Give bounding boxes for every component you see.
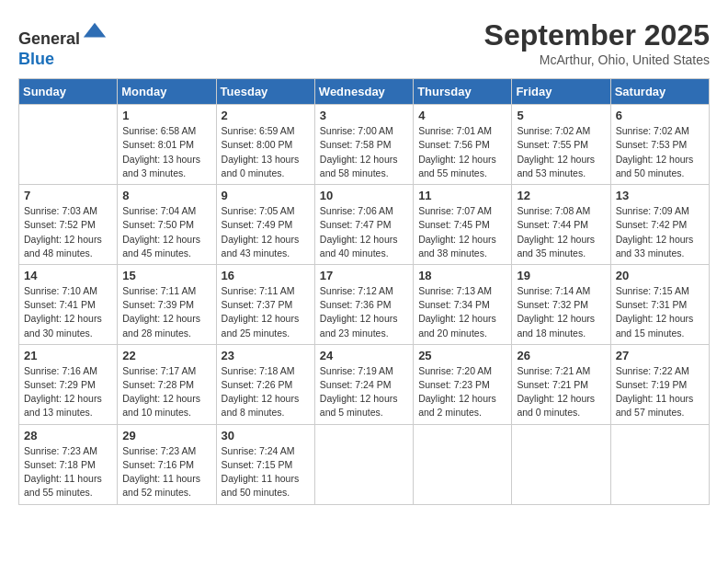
logo-general: General <box>18 29 80 48</box>
weekday-header-row: SundayMondayTuesdayWednesdayThursdayFrid… <box>19 79 710 105</box>
day-info: Sunrise: 7:02 AM Sunset: 7:53 PM Dayligh… <box>616 124 704 180</box>
day-number: 26 <box>517 349 605 362</box>
calendar-cell: 5Sunrise: 7:02 AM Sunset: 7:55 PM Daylig… <box>512 105 610 185</box>
day-number: 24 <box>320 349 408 362</box>
day-info: Sunrise: 7:14 AM Sunset: 7:32 PM Dayligh… <box>517 284 605 340</box>
calendar-cell: 12Sunrise: 7:08 AM Sunset: 7:44 PM Dayli… <box>512 185 610 265</box>
calendar-cell: 10Sunrise: 7:06 AM Sunset: 7:47 PM Dayli… <box>314 185 413 265</box>
day-number: 19 <box>517 269 605 282</box>
calendar-cell: 20Sunrise: 7:15 AM Sunset: 7:31 PM Dayli… <box>610 264 709 344</box>
title-block: September 2025 McArthur, Ohio, United St… <box>484 18 710 67</box>
day-number: 23 <box>222 349 310 362</box>
calendar-cell: 26Sunrise: 7:21 AM Sunset: 7:21 PM Dayli… <box>512 344 610 424</box>
day-number: 13 <box>616 189 704 202</box>
day-number: 2 <box>222 109 310 122</box>
weekday-header: Tuesday <box>216 79 314 105</box>
calendar-cell: 28Sunrise: 7:23 AM Sunset: 7:18 PM Dayli… <box>19 424 118 504</box>
day-info: Sunrise: 7:21 AM Sunset: 7:21 PM Dayligh… <box>517 364 605 420</box>
day-number: 21 <box>24 349 112 362</box>
day-number: 16 <box>222 269 310 282</box>
weekday-header: Thursday <box>414 79 512 105</box>
day-info: Sunrise: 7:15 AM Sunset: 7:31 PM Dayligh… <box>616 284 704 340</box>
day-number: 11 <box>418 189 506 202</box>
month-title: September 2025 <box>484 18 710 52</box>
calendar-cell: 13Sunrise: 7:09 AM Sunset: 7:42 PM Dayli… <box>610 185 709 265</box>
day-info: Sunrise: 7:02 AM Sunset: 7:55 PM Dayligh… <box>517 124 605 180</box>
day-number: 25 <box>418 349 506 362</box>
calendar-cell: 15Sunrise: 7:11 AM Sunset: 7:39 PM Dayli… <box>118 264 216 344</box>
calendar-cell: 25Sunrise: 7:20 AM Sunset: 7:23 PM Dayli… <box>414 344 512 424</box>
day-info: Sunrise: 7:18 AM Sunset: 7:26 PM Dayligh… <box>222 364 310 420</box>
day-info: Sunrise: 7:12 AM Sunset: 7:36 PM Dayligh… <box>320 284 408 340</box>
calendar-cell: 9Sunrise: 7:05 AM Sunset: 7:49 PM Daylig… <box>216 185 314 265</box>
calendar-cell: 22Sunrise: 7:17 AM Sunset: 7:28 PM Dayli… <box>118 344 216 424</box>
day-info: Sunrise: 6:59 AM Sunset: 8:00 PM Dayligh… <box>222 124 310 180</box>
day-info: Sunrise: 7:07 AM Sunset: 7:45 PM Dayligh… <box>418 204 506 260</box>
day-number: 10 <box>320 189 408 202</box>
day-info: Sunrise: 7:23 AM Sunset: 7:18 PM Dayligh… <box>24 444 112 500</box>
day-info: Sunrise: 7:19 AM Sunset: 7:24 PM Dayligh… <box>320 364 408 420</box>
day-info: Sunrise: 7:20 AM Sunset: 7:23 PM Dayligh… <box>418 364 506 420</box>
calendar-cell: 29Sunrise: 7:23 AM Sunset: 7:16 PM Dayli… <box>118 424 216 504</box>
logo-icon <box>82 18 108 44</box>
day-info: Sunrise: 7:01 AM Sunset: 7:56 PM Dayligh… <box>418 124 506 180</box>
calendar-cell: 21Sunrise: 7:16 AM Sunset: 7:29 PM Dayli… <box>19 344 118 424</box>
svg-marker-0 <box>84 23 106 38</box>
weekday-header: Monday <box>118 79 216 105</box>
day-number: 20 <box>616 269 704 282</box>
day-number: 6 <box>616 109 704 122</box>
calendar-week-row: 1Sunrise: 6:58 AM Sunset: 8:01 PM Daylig… <box>19 105 710 185</box>
calendar-cell: 1Sunrise: 6:58 AM Sunset: 8:01 PM Daylig… <box>118 105 216 185</box>
day-info: Sunrise: 7:08 AM Sunset: 7:44 PM Dayligh… <box>517 204 605 260</box>
calendar-cell <box>314 424 413 504</box>
calendar-cell: 2Sunrise: 6:59 AM Sunset: 8:00 PM Daylig… <box>216 105 314 185</box>
day-number: 28 <box>24 429 112 442</box>
day-number: 4 <box>418 109 506 122</box>
calendar-week-row: 28Sunrise: 7:23 AM Sunset: 7:18 PM Dayli… <box>19 424 710 504</box>
day-info: Sunrise: 7:03 AM Sunset: 7:52 PM Dayligh… <box>24 204 112 260</box>
day-number: 18 <box>418 269 506 282</box>
day-info: Sunrise: 7:04 AM Sunset: 7:50 PM Dayligh… <box>122 204 210 260</box>
day-info: Sunrise: 7:17 AM Sunset: 7:28 PM Dayligh… <box>122 364 210 420</box>
calendar-cell <box>610 424 709 504</box>
day-number: 7 <box>24 189 112 202</box>
calendar-cell: 8Sunrise: 7:04 AM Sunset: 7:50 PM Daylig… <box>118 185 216 265</box>
weekday-header: Saturday <box>610 79 709 105</box>
weekday-header: Sunday <box>19 79 118 105</box>
calendar-cell: 27Sunrise: 7:22 AM Sunset: 7:19 PM Dayli… <box>610 344 709 424</box>
day-number: 30 <box>222 429 310 442</box>
logo: General Blue <box>18 18 108 69</box>
calendar-cell: 3Sunrise: 7:00 AM Sunset: 7:58 PM Daylig… <box>314 105 413 185</box>
day-info: Sunrise: 7:10 AM Sunset: 7:41 PM Dayligh… <box>24 284 112 340</box>
day-number: 12 <box>517 189 605 202</box>
location: McArthur, Ohio, United States <box>484 52 710 67</box>
calendar-cell <box>512 424 610 504</box>
calendar-cell: 6Sunrise: 7:02 AM Sunset: 7:53 PM Daylig… <box>610 105 709 185</box>
page-header: General Blue September 2025 McArthur, Oh… <box>18 18 710 69</box>
weekday-header: Friday <box>512 79 610 105</box>
calendar-cell: 11Sunrise: 7:07 AM Sunset: 7:45 PM Dayli… <box>414 185 512 265</box>
day-info: Sunrise: 7:00 AM Sunset: 7:58 PM Dayligh… <box>320 124 408 180</box>
day-info: Sunrise: 7:09 AM Sunset: 7:42 PM Dayligh… <box>616 204 704 260</box>
weekday-header: Wednesday <box>314 79 413 105</box>
day-info: Sunrise: 7:22 AM Sunset: 7:19 PM Dayligh… <box>616 364 704 420</box>
calendar-cell: 30Sunrise: 7:24 AM Sunset: 7:15 PM Dayli… <box>216 424 314 504</box>
day-info: Sunrise: 7:24 AM Sunset: 7:15 PM Dayligh… <box>222 444 310 500</box>
calendar-cell: 19Sunrise: 7:14 AM Sunset: 7:32 PM Dayli… <box>512 264 610 344</box>
calendar-cell: 7Sunrise: 7:03 AM Sunset: 7:52 PM Daylig… <box>19 185 118 265</box>
calendar-cell: 14Sunrise: 7:10 AM Sunset: 7:41 PM Dayli… <box>19 264 118 344</box>
day-number: 5 <box>517 109 605 122</box>
day-number: 29 <box>122 429 210 442</box>
calendar-cell: 17Sunrise: 7:12 AM Sunset: 7:36 PM Dayli… <box>314 264 413 344</box>
day-number: 22 <box>122 349 210 362</box>
calendar-cell: 23Sunrise: 7:18 AM Sunset: 7:26 PM Dayli… <box>216 344 314 424</box>
calendar-cell <box>414 424 512 504</box>
day-number: 3 <box>320 109 408 122</box>
calendar-week-row: 14Sunrise: 7:10 AM Sunset: 7:41 PM Dayli… <box>19 264 710 344</box>
day-info: Sunrise: 7:11 AM Sunset: 7:39 PM Dayligh… <box>122 284 210 340</box>
day-number: 14 <box>24 269 112 282</box>
day-number: 8 <box>122 189 210 202</box>
logo-blue: Blue <box>18 50 54 68</box>
calendar-cell <box>19 105 118 185</box>
day-info: Sunrise: 7:05 AM Sunset: 7:49 PM Dayligh… <box>222 204 310 260</box>
